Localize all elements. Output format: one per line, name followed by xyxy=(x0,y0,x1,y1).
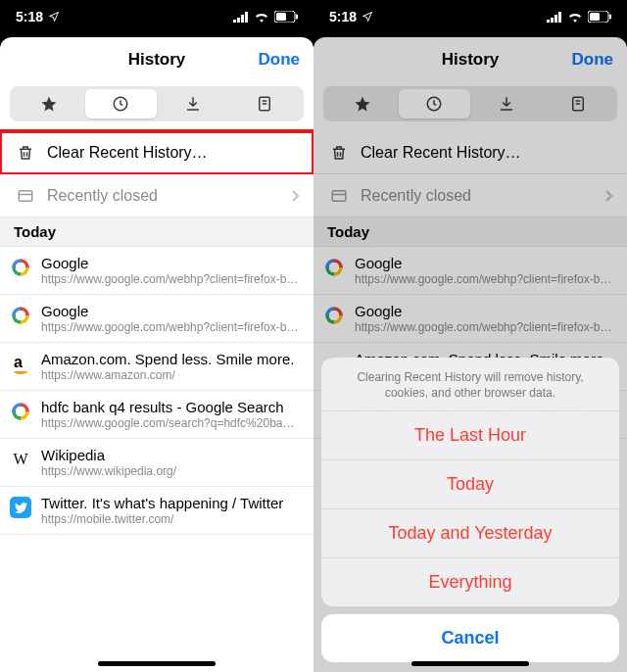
history-sheet: History Done Clear Recent History… Recen… xyxy=(314,37,627,672)
section-today: Today xyxy=(0,217,314,247)
history-item[interactable]: Googlehttps://www.google.com/webhp?clien… xyxy=(314,295,627,343)
reading-list-icon xyxy=(256,95,273,113)
battery-icon xyxy=(274,11,298,23)
history-item[interactable]: WWikipediahttps://www.wikipedia.org/ xyxy=(0,439,314,487)
clear-today-yesterday-button[interactable]: Today and Yesterday xyxy=(321,509,619,558)
svg-rect-12 xyxy=(555,15,557,23)
wifi-icon xyxy=(567,11,583,23)
reading-list-icon xyxy=(569,95,587,113)
tab-history[interactable] xyxy=(85,89,158,119)
recently-closed-label: Recently closed xyxy=(361,187,604,205)
history-item-title: Twitter. It's what's happening / Twitter xyxy=(41,495,300,511)
action-sheet-group: Clearing Recent History will remove hist… xyxy=(321,358,619,606)
google-icon xyxy=(12,259,29,276)
cancel-button[interactable]: Cancel xyxy=(321,614,619,662)
google-icon xyxy=(12,307,29,324)
twitter-icon xyxy=(10,497,31,518)
svg-rect-2 xyxy=(241,15,244,23)
location-icon xyxy=(48,11,60,23)
library-tabs xyxy=(10,86,304,121)
history-item-url: https://www.google.com/webhp?client=fire… xyxy=(41,320,300,334)
history-item[interactable]: Googlehttps://www.google.com/webhp?clien… xyxy=(0,295,314,343)
done-button[interactable]: Done xyxy=(259,50,301,70)
clear-history-label: Clear Recent History… xyxy=(361,144,613,162)
clock-icon xyxy=(112,95,129,113)
tab-reading-list[interactable] xyxy=(543,89,615,119)
clear-today-button[interactable]: Today xyxy=(321,460,619,509)
history-item[interactable]: Googlehttps://www.google.com/webhp?clien… xyxy=(314,247,627,295)
clear-recent-history-row[interactable]: Clear Recent History… xyxy=(314,131,627,174)
home-indicator[interactable] xyxy=(98,661,216,666)
history-item-url: https://mobile.twitter.com/ xyxy=(41,512,300,526)
history-item[interactable]: Twitter. It's what's happening / Twitter… xyxy=(0,487,314,535)
history-list-left: Googlehttps://www.google.com/webhp?clien… xyxy=(0,247,314,535)
status-bar: 5:18 xyxy=(314,0,627,33)
svg-rect-15 xyxy=(590,13,600,21)
google-icon xyxy=(325,307,343,324)
google-icon xyxy=(325,259,343,276)
wikipedia-icon: W xyxy=(13,451,27,468)
recently-closed-row[interactable]: Recently closed xyxy=(314,174,627,217)
amazon-icon: a xyxy=(14,354,27,374)
recently-closed-label: Recently closed xyxy=(47,187,291,205)
signal-icon xyxy=(233,12,249,23)
phone-left: 5:18 History Done xyxy=(0,0,314,672)
star-icon xyxy=(354,95,371,113)
battery-icon xyxy=(588,11,611,23)
tab-icon xyxy=(327,188,351,204)
tab-downloads[interactable] xyxy=(157,89,229,119)
history-item-url: https://www.google.com/webhp?client=fire… xyxy=(41,272,300,286)
chevron-right-icon xyxy=(291,189,300,203)
history-item[interactable]: Googlehttps://www.google.com/webhp?clien… xyxy=(0,247,314,295)
svg-rect-10 xyxy=(547,20,550,23)
page-title: History xyxy=(128,50,186,70)
svg-rect-1 xyxy=(237,18,240,23)
download-icon xyxy=(498,95,515,113)
tab-icon xyxy=(14,188,37,204)
recently-closed-row[interactable]: Recently closed xyxy=(0,174,314,217)
tab-bookmarks[interactable] xyxy=(13,89,85,119)
status-time: 5:18 xyxy=(16,9,43,24)
chevron-right-icon xyxy=(604,189,613,203)
download-icon xyxy=(184,95,202,113)
clear-recent-history-row[interactable]: Clear Recent History… xyxy=(0,131,314,174)
trash-icon xyxy=(14,143,37,163)
sheet-header: History Done xyxy=(0,37,314,82)
history-item-url: https://www.google.com/webhp?client=fire… xyxy=(355,320,613,334)
home-indicator[interactable] xyxy=(411,661,529,666)
tab-reading-list[interactable] xyxy=(229,89,302,119)
history-item[interactable]: aAmazon.com. Spend less. Smile more.http… xyxy=(0,343,314,391)
svg-rect-5 xyxy=(276,13,286,21)
svg-rect-9 xyxy=(19,190,32,201)
history-item-title: Google xyxy=(355,303,613,319)
done-button[interactable]: Done xyxy=(572,50,614,70)
history-sheet: History Done Clear Recent History… xyxy=(0,37,314,672)
tab-history[interactable] xyxy=(399,89,471,119)
clear-last-hour-button[interactable]: The Last Hour xyxy=(321,411,619,460)
svg-rect-6 xyxy=(296,15,298,20)
history-item-title: hdfc bank q4 results - Google Search xyxy=(41,399,300,415)
clear-everything-button[interactable]: Everything xyxy=(321,558,619,606)
svg-rect-13 xyxy=(558,12,561,23)
phone-right: 5:18 History Done Clear Recent History… xyxy=(314,0,627,672)
svg-rect-0 xyxy=(233,20,236,23)
section-today: Today xyxy=(314,217,627,247)
sheet-header: History Done xyxy=(314,37,627,82)
history-item[interactable]: hdfc bank q4 results - Google Searchhttp… xyxy=(0,391,314,439)
svg-rect-11 xyxy=(551,18,554,23)
trash-icon xyxy=(327,143,351,163)
clear-history-label: Clear Recent History… xyxy=(47,144,300,162)
history-item-url: https://www.google.com/search?q=hdfc%20b… xyxy=(41,416,300,430)
history-item-url: https://www.wikipedia.org/ xyxy=(41,464,300,478)
svg-rect-16 xyxy=(609,15,611,20)
history-item-title: Google xyxy=(41,255,300,271)
tab-bookmarks[interactable] xyxy=(326,89,399,119)
page-title: History xyxy=(442,50,500,70)
signal-icon xyxy=(547,12,562,23)
clear-history-action-sheet: Clearing Recent History will remove hist… xyxy=(321,358,619,662)
library-tabs xyxy=(323,86,617,121)
tab-downloads[interactable] xyxy=(470,89,543,119)
svg-rect-19 xyxy=(332,190,346,201)
history-item-title: Amazon.com. Spend less. Smile more. xyxy=(41,351,300,367)
history-item-url: https://www.google.com/webhp?client=fire… xyxy=(355,272,613,286)
